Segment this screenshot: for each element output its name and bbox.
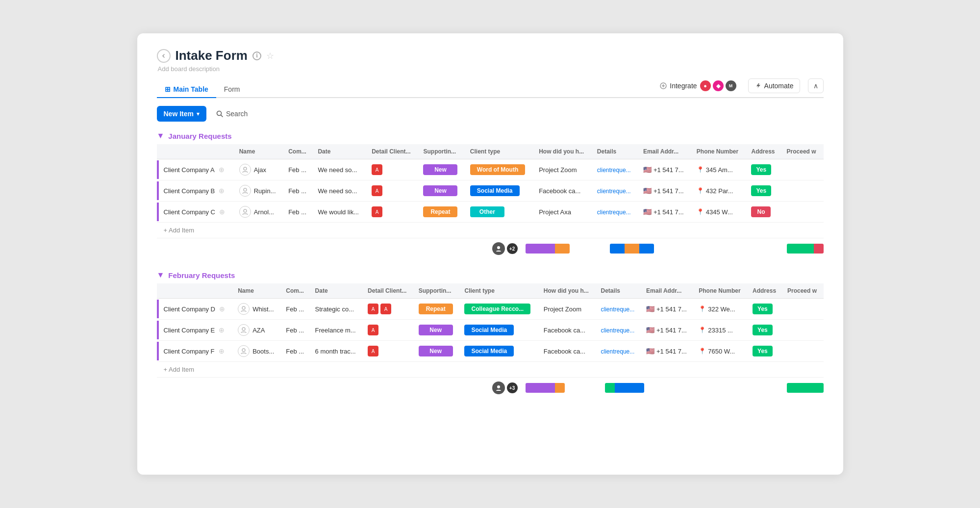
proceed-cell: Yes xyxy=(746,180,781,202)
add-company-icon[interactable]: ⊕ xyxy=(219,208,225,216)
table-row: Client Company D ⊕ Whist... Feb ...Strat… xyxy=(157,299,824,320)
integrate-icon-instagram: ● xyxy=(700,80,711,91)
add-company-icon[interactable]: ⊕ xyxy=(219,305,225,313)
summary-type-bar xyxy=(526,244,570,254)
summary-how-bar xyxy=(610,244,654,254)
address-cell: 📍7650 W... xyxy=(694,341,748,362)
supporting-file-icon[interactable]: A xyxy=(372,185,382,196)
flag-icon: 🇺🇸 xyxy=(646,347,654,355)
svg-point-9 xyxy=(497,385,500,388)
col-header-1: Name xyxy=(233,283,281,299)
location-icon: 📍 xyxy=(697,187,704,194)
col-header-3: Date xyxy=(310,283,363,299)
supporting-file-icon[interactable]: A xyxy=(372,164,382,175)
section-chevron-february[interactable]: ▼ xyxy=(157,271,165,279)
svg-point-2 xyxy=(244,167,247,170)
section-title-february[interactable]: February Requests xyxy=(168,271,235,279)
col-header-1: Name xyxy=(234,144,283,159)
date-cell: Feb ... xyxy=(283,180,313,202)
address-cell: 📍322 We... xyxy=(694,299,748,320)
phone-cell: 🇺🇸+1 541 7... xyxy=(638,159,692,180)
back-icon[interactable] xyxy=(157,49,171,63)
automate-button[interactable]: Automate xyxy=(748,78,800,93)
col-header-3: Date xyxy=(313,144,367,159)
details-cell: Facebook ca... xyxy=(539,320,596,341)
details-cell: Project Zoom xyxy=(534,159,592,180)
col-header-6: Client type xyxy=(465,144,534,159)
flag-icon: 🇺🇸 xyxy=(646,326,654,334)
section-header-january: ▼ January Requests xyxy=(157,131,824,140)
section-title-january[interactable]: January Requests xyxy=(168,132,231,140)
email-link[interactable]: clientreque... xyxy=(601,348,635,355)
supporting-cell: A A xyxy=(363,299,414,320)
board-description[interactable]: Add board description xyxy=(158,65,824,73)
summary-avatar xyxy=(492,242,505,255)
integrate-icon-gmail: M xyxy=(726,80,736,91)
svg-point-3 xyxy=(244,188,247,191)
supporting-file-icon2[interactable]: A xyxy=(380,304,391,314)
location-icon: 📍 xyxy=(697,208,704,215)
supporting-file-icon[interactable]: A xyxy=(368,304,378,314)
add-company-icon[interactable]: ⊕ xyxy=(219,326,225,334)
col-header-7: How did you h... xyxy=(539,283,596,299)
avatar xyxy=(239,164,251,176)
svg-point-4 xyxy=(244,209,247,212)
search-button[interactable]: Search xyxy=(211,107,252,121)
tab-main-table[interactable]: ⊞ Main Table xyxy=(157,81,216,98)
client-type-cell: Repeat xyxy=(414,299,460,320)
add-item-label[interactable]: + Add Item xyxy=(159,362,782,378)
add-item-label[interactable]: + Add Item xyxy=(159,223,782,238)
add-company-icon[interactable]: ⊕ xyxy=(219,347,225,355)
section-chevron-january[interactable]: ▼ xyxy=(157,131,165,140)
supporting-cell: A xyxy=(363,341,414,362)
email-link[interactable]: clientreque... xyxy=(597,167,631,174)
add-company-icon[interactable]: ⊕ xyxy=(219,187,225,195)
address-cell: 📍23315 ... xyxy=(694,320,748,341)
lightning-icon xyxy=(754,82,761,89)
chevron-down-icon: ▾ xyxy=(197,111,200,117)
how-cell: Social Media xyxy=(459,320,538,341)
star-icon[interactable]: ☆ xyxy=(266,51,274,61)
add-item-row[interactable]: + Add Item xyxy=(157,362,824,378)
supporting-file-icon[interactable]: A xyxy=(368,325,378,335)
proceed-cell: No xyxy=(746,202,781,223)
email-link[interactable]: clientreque... xyxy=(601,327,635,334)
integrate-button[interactable]: Integrate ● ◆ M xyxy=(656,78,740,93)
email-link[interactable]: clientreque... xyxy=(597,209,631,216)
company-cell: Client Company E ⊕ xyxy=(159,320,233,341)
avatar xyxy=(238,345,250,357)
col-header-6: Client type xyxy=(459,283,538,299)
summary-end-bar xyxy=(787,383,824,393)
client-type-badge: Repeat xyxy=(423,206,457,217)
supporting-file-icon[interactable]: A xyxy=(372,206,382,217)
tab-form[interactable]: Form xyxy=(216,81,248,98)
flag-icon: 🇺🇸 xyxy=(646,305,654,313)
add-item-row[interactable]: + Add Item xyxy=(157,223,824,238)
new-item-button[interactable]: New Item ▾ xyxy=(157,106,206,122)
name-cell: Ajax xyxy=(234,159,283,180)
proceed-badge: Yes xyxy=(753,346,773,356)
summary-count: +3 xyxy=(507,382,518,393)
email-link[interactable]: clientreque... xyxy=(601,306,635,313)
name-cell: Boots... xyxy=(233,341,281,362)
phone-cell: 🇺🇸+1 541 7... xyxy=(641,341,694,362)
supporting-file-icon[interactable]: A xyxy=(368,346,378,356)
flag-icon: 🇺🇸 xyxy=(643,187,652,195)
email-link[interactable]: clientreque... xyxy=(597,188,631,195)
how-cell: Colleague Recco... xyxy=(459,299,538,320)
col-header-9: Email Addr... xyxy=(638,144,692,159)
collapse-button[interactable]: ∧ xyxy=(808,78,824,93)
summary-count: +2 xyxy=(507,243,518,254)
company-cell: Client Company F ⊕ xyxy=(159,341,233,362)
info-icon[interactable]: ℹ xyxy=(252,51,261,60)
details-cell: Facebook ca... xyxy=(534,180,592,202)
section-february: ▼ February Requests NameCom...DateDetail… xyxy=(157,271,824,398)
how-badge: Word of Mouth xyxy=(470,164,525,175)
section-header-february: ▼ February Requests xyxy=(157,271,824,279)
table-row: Client Company E ⊕ AZA Feb ...Freelance … xyxy=(157,320,824,341)
table-row: Client Company A ⊕ Ajax Feb ...We need s… xyxy=(157,159,824,180)
how-badge: Social Media xyxy=(470,185,520,196)
search-icon xyxy=(216,110,223,117)
add-company-icon[interactable]: ⊕ xyxy=(219,166,225,174)
table-february: NameCom...DateDetail Client...Supportin.… xyxy=(157,283,824,378)
